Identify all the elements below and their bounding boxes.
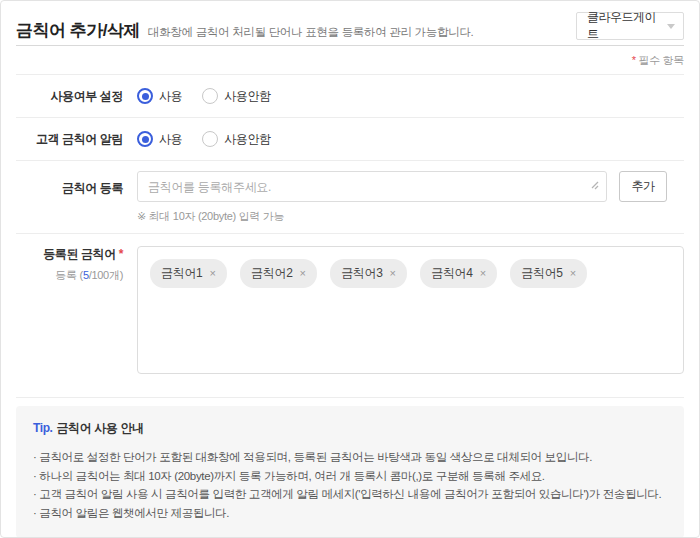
registered-words-label: 등록된 금칙어 * (16, 246, 123, 263)
registered-words-row: 등록된 금칙어 * 등록 (5/100개) 금칙어1 × 금칙어2 × 금칙어3… (16, 234, 684, 389)
word-tag-label: 금칙어1 (161, 265, 202, 282)
channel-select-value: 클라우드게이트 (587, 9, 667, 43)
required-asterisk: * (119, 247, 123, 261)
page-header: 금칙어 추가/삭제 대화창에 금칙어 처리될 단어나 표현을 등록하여 관리 가… (16, 1, 684, 45)
usage-radio-group: 사용 사용안함 (137, 88, 291, 105)
chevron-down-icon (667, 24, 675, 29)
customer-alert-label: 고객 금칙어 알림 (16, 131, 123, 148)
word-input[interactable] (137, 171, 607, 202)
resize-handle-icon (590, 181, 599, 190)
word-tag-label: 금칙어2 (251, 265, 292, 282)
tip-section: Tip.금칙어 사용 안내 · 금칙어로 설정한 단어가 포함된 대화창에 적용… (16, 397, 684, 538)
remove-tag-icon[interactable]: × (570, 268, 576, 279)
tip-line: · 하나의 금칙어는 최대 10자 (20byte)까지 등록 가능하며, 여러… (33, 467, 667, 486)
registered-words-label-block: 등록된 금칙어 * 등록 (5/100개) (16, 246, 123, 374)
remove-tag-icon[interactable]: × (390, 268, 396, 279)
word-input-helper: ※ 최대 10자 (20byte) 입력 가능 (137, 209, 684, 224)
customer-alert-radio-off[interactable]: 사용안함 (202, 131, 270, 148)
word-tag: 금칙어4 × (420, 259, 497, 288)
channel-select[interactable]: 클라우드게이트 (576, 12, 684, 40)
word-register-row: 금칙어 등록 추가 ※ 최대 10자 (20byte) 입력 가능 (16, 161, 684, 233)
radio-unselected-icon[interactable] (202, 131, 218, 147)
customer-alert-row: 고객 금칙어 알림 사용 사용안함 (16, 118, 684, 160)
word-tag: 금칙어5 × (510, 259, 587, 288)
required-note: * 필수 항목 (16, 46, 684, 74)
usage-setting-label: 사용여부 설정 (16, 88, 123, 105)
word-tag: 금칙어2 × (240, 259, 317, 288)
tip-line: · 금칙어로 설정한 단어가 포함된 대화창에 적용되며, 등록된 금칙어는 바… (33, 448, 667, 467)
customer-alert-radio-off-label: 사용안함 (224, 131, 270, 148)
radio-unselected-icon[interactable] (202, 88, 218, 104)
word-register-input-line: 추가 (137, 171, 684, 202)
word-tag-label: 금칙어4 (431, 265, 472, 282)
tip-line: · 고객 금칙어 알림 사용 시 금칙어를 입력한 고객에게 알림 메세지('입… (33, 485, 667, 504)
registered-words-box: 금칙어1 × 금칙어2 × 금칙어3 × 금칙어4 × 금칙어5 × (137, 246, 684, 374)
word-register-label: 금칙어 등록 (16, 171, 123, 224)
remove-tag-icon[interactable]: × (480, 268, 486, 279)
usage-radio-on[interactable]: 사용 (137, 88, 182, 105)
word-input-wrap (137, 171, 607, 202)
usage-radio-on-label: 사용 (159, 88, 182, 105)
forbidden-words-settings-page: 금칙어 추가/삭제 대화창에 금칙어 처리될 단어나 표현을 등록하여 관리 가… (0, 0, 700, 538)
tip-line: · 금칙어 알림은 웹챗에서만 제공됩니다. (33, 504, 667, 523)
radio-selected-icon[interactable] (137, 131, 153, 147)
tip-lines: · 금칙어로 설정한 단어가 포함된 대화창에 적용되며, 등록된 금칙어는 바… (33, 448, 667, 523)
word-tag: 금칙어3 × (330, 259, 407, 288)
required-asterisk: * (632, 54, 636, 66)
radio-selected-icon[interactable] (137, 88, 153, 104)
divider (16, 397, 684, 398)
word-tag-label: 금칙어3 (341, 265, 382, 282)
tip-title-text: 금칙어 사용 안내 (57, 421, 144, 435)
usage-setting-row: 사용여부 설정 사용 사용안함 (16, 75, 684, 117)
customer-alert-radio-group: 사용 사용안함 (137, 131, 291, 148)
customer-alert-radio-on-label: 사용 (159, 131, 182, 148)
required-note-text: 필수 항목 (638, 54, 684, 66)
page-title: 금칙어 추가/삭제 (16, 19, 140, 42)
page-description: 대화창에 금칙어 처리될 단어나 표현을 등록하여 관리 가능합니다. (148, 25, 474, 40)
remove-tag-icon[interactable]: × (300, 268, 306, 279)
customer-alert-radio-on[interactable]: 사용 (137, 131, 182, 148)
tip-title: Tip.금칙어 사용 안내 (33, 420, 667, 437)
tip-box: Tip.금칙어 사용 안내 · 금칙어로 설정한 단어가 포함된 대화창에 적용… (16, 406, 684, 538)
count-prefix: 등록 ( (55, 269, 83, 281)
registered-words-label-text: 등록된 금칙어 (43, 247, 116, 261)
usage-radio-off[interactable]: 사용안함 (202, 88, 270, 105)
word-register-main: 추가 ※ 최대 10자 (20byte) 입력 가능 (137, 171, 684, 224)
remove-tag-icon[interactable]: × (209, 268, 215, 279)
word-tag: 금칙어1 × (150, 259, 227, 288)
page-header-titles: 금칙어 추가/삭제 대화창에 금칙어 처리될 단어나 표현을 등록하여 관리 가… (16, 12, 474, 42)
add-word-button[interactable]: 추가 (619, 171, 667, 202)
word-tag-label: 금칙어5 (521, 265, 562, 282)
registered-words-count: 등록 (5/100개) (16, 268, 123, 283)
count-suffix: /100개) (89, 269, 123, 281)
usage-radio-off-label: 사용안함 (224, 88, 270, 105)
tip-prefix: Tip. (33, 421, 53, 435)
